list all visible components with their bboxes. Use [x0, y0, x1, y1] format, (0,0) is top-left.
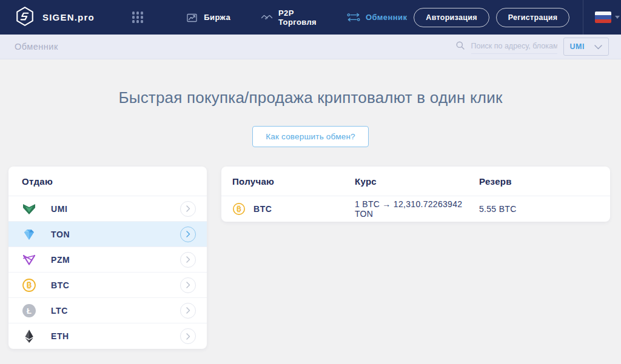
coin-code: UMI [51, 204, 67, 214]
handshake-icon [261, 13, 273, 22]
give-coin-row-btc[interactable]: B BTC [8, 273, 207, 298]
coin-code: ETH [51, 331, 69, 341]
chevron-down-icon [594, 41, 602, 52]
svg-text:B: B [27, 281, 32, 290]
exchange-rate: 1 BTC → 12,310.72263942 TON [355, 199, 479, 219]
receive-coin-cell: B BTC [232, 202, 355, 216]
svg-text:Ł: Ł [27, 306, 32, 315]
give-coin-row-ltc[interactable]: Ł LTC [8, 298, 207, 323]
coin-code: BTC [253, 204, 272, 214]
search-input[interactable] [471, 39, 557, 54]
apps-grid-icon[interactable] [132, 12, 144, 23]
russian-flag-icon [595, 12, 611, 23]
exchange-panels: Отдаю UMI TON [0, 167, 621, 349]
receive-coin-row-btc[interactable]: B BTC 1 BTC → 12,310.72263942 TON 5.55 B… [221, 196, 610, 222]
column-header-reserve: Резерв [479, 176, 599, 187]
chevron-down-icon [615, 16, 620, 19]
sigen-logo-icon [15, 6, 35, 29]
breadcrumb: Обменник [15, 42, 58, 51]
column-header-receive: Получаю [232, 176, 355, 187]
hero-section: Быстрая покупка/продажа криптовалют в од… [0, 88, 621, 147]
coin-code: PZM [51, 255, 70, 265]
coin-code: TON [51, 230, 70, 239]
register-button[interactable]: Регистрация [496, 8, 570, 27]
give-coin-row-umi[interactable]: UMI [8, 196, 207, 222]
search-filter-dropdown[interactable]: UMI [563, 38, 609, 56]
receive-panel-header: Получаю Курс Резерв [221, 167, 610, 196]
nav-label: P2P Торговля [278, 8, 317, 27]
give-coin-row-eth[interactable]: ETH [8, 323, 207, 349]
svg-text:B: B [237, 205, 241, 213]
nav-item-exchange-market[interactable]: Биржа [187, 13, 230, 22]
give-panel: Отдаю UMI TON [8, 167, 207, 349]
sub-header: Обменник UMI [0, 35, 621, 59]
nav-item-exchanger[interactable]: Обменник [347, 13, 407, 22]
ton-coin-icon [22, 227, 36, 242]
brand-logo[interactable]: SIGEN.pro [15, 6, 95, 29]
filter-value: UMI [570, 42, 585, 51]
give-coin-row-ton[interactable]: TON [8, 222, 207, 247]
chevron-right-icon [180, 277, 196, 293]
receive-panel: Получаю Курс Резерв B BTC 1 BTC → 12,310… [221, 167, 610, 222]
chevron-right-icon [180, 303, 196, 319]
pzm-coin-icon [22, 253, 36, 267]
umi-coin-icon [22, 202, 36, 216]
coin-code: BTC [51, 280, 70, 290]
nav-label: Обменник [366, 13, 407, 22]
column-header-rate: Курс [355, 176, 479, 187]
search-area: UMI [455, 38, 609, 56]
search-icon [455, 41, 465, 53]
chevron-right-icon [180, 227, 196, 242]
chevron-right-icon [180, 328, 196, 344]
login-button[interactable]: Авторизация [414, 8, 489, 27]
btc-coin-icon: B [22, 278, 36, 293]
exchange-arrows-icon [347, 13, 360, 22]
reserve-amount: 5.55 BTC [479, 204, 599, 214]
chevron-right-icon [180, 201, 196, 217]
language-selector[interactable] [595, 12, 620, 23]
give-panel-header: Отдаю [8, 167, 207, 196]
top-header: SIGEN.pro Биржа P2P Торг [0, 0, 621, 35]
coin-code: LTC [51, 306, 68, 316]
page-title: Быстрая покупка/продажа криптовалют в од… [0, 88, 621, 107]
main-nav: Биржа P2P Торговля Обменник [187, 8, 407, 27]
give-coin-row-pzm[interactable]: PZM [8, 247, 207, 273]
btc-coin-icon: B [232, 202, 246, 216]
chart-icon [187, 13, 198, 22]
nav-item-p2p-trading[interactable]: P2P Торговля [261, 8, 317, 27]
nav-label: Биржа [204, 13, 230, 22]
header-divider [583, 0, 583, 35]
how-to-exchange-button[interactable]: Как совершить обмен? [252, 126, 369, 147]
header-right: Авторизация Регистрация [407, 0, 621, 35]
eth-coin-icon [22, 329, 36, 343]
brand-name: SIGEN.pro [42, 12, 95, 22]
chevron-right-icon [180, 252, 196, 268]
ltc-coin-icon: Ł [22, 303, 36, 318]
